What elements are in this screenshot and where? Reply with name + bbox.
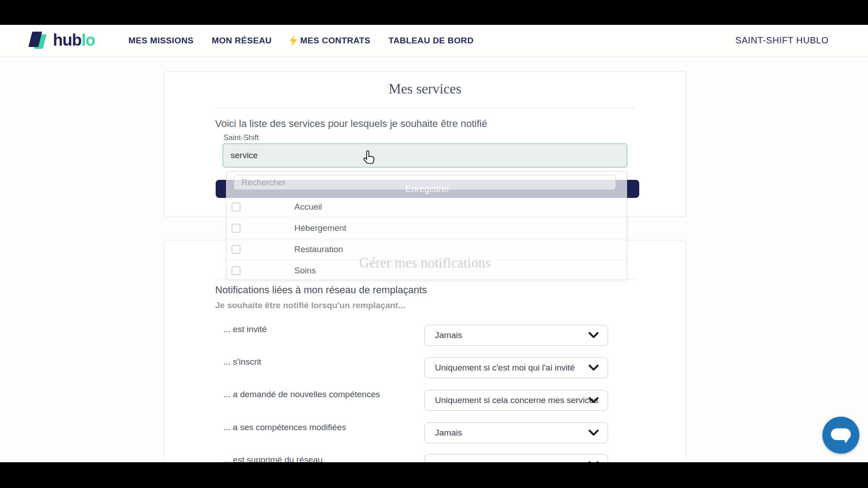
dropdown-option-restauration[interactable]: Restauration bbox=[226, 239, 627, 260]
account-name[interactable]: SAINT-SHIFT HUBLO bbox=[735, 25, 829, 56]
select-competences-modifiees[interactable]: Jamais bbox=[425, 422, 608, 443]
hublo-logo-icon bbox=[29, 30, 48, 50]
chevron-down-icon bbox=[589, 397, 599, 404]
option-label: Soins bbox=[294, 266, 316, 276]
dropdown-option-hebergement[interactable]: Hébergement bbox=[226, 218, 627, 239]
select-value: Uniquement si c'est moi qui l'ai invité bbox=[435, 363, 575, 373]
checkbox-unchecked-icon[interactable] bbox=[231, 202, 241, 211]
option-label: Hébergement bbox=[294, 223, 346, 233]
checkbox-unchecked-icon[interactable] bbox=[231, 266, 241, 275]
services-card-title: Mes services bbox=[164, 81, 686, 97]
dropdown-search-input[interactable] bbox=[234, 175, 616, 190]
main-nav: MES MISSIONS MON RÉSEAU MES CONTRATS TAB… bbox=[128, 25, 474, 56]
select-s-inscrit[interactable]: Uniquement si c'est moi qui l'ai invité bbox=[425, 357, 608, 378]
hand-cursor-icon bbox=[362, 149, 377, 167]
option-label: Accueil bbox=[294, 202, 322, 212]
app-window: hublo MES MISSIONS MON RÉSEAU MES CONTRA… bbox=[0, 0, 868, 488]
nav-item-mes-missions[interactable]: MES MISSIONS bbox=[128, 36, 193, 46]
letterbox-bottom bbox=[0, 462, 868, 488]
services-dropdown: Accueil Hébergement Restauration Soins bbox=[226, 171, 627, 280]
dropdown-option-accueil[interactable]: Accueil bbox=[226, 197, 627, 218]
dropdown-option-soins[interactable]: Soins bbox=[226, 260, 627, 281]
services-input[interactable] bbox=[222, 143, 627, 168]
notifications-section-heading: Notifications liées à mon réseau de remp… bbox=[215, 284, 427, 296]
select-value: Jamais bbox=[435, 428, 462, 438]
notifications-section-subheading: Je souhaite être notifié lorsqu'un rempl… bbox=[215, 300, 406, 310]
notif-row-label: ... est invité bbox=[223, 324, 267, 334]
select-est-invite[interactable]: Jamais bbox=[425, 325, 608, 346]
hublo-logo[interactable]: hublo bbox=[29, 30, 95, 50]
services-field-label: Saint-Shift bbox=[223, 133, 259, 142]
services-description: Voici la liste des services pour lesquel… bbox=[215, 118, 487, 130]
checkbox-unchecked-icon[interactable] bbox=[231, 245, 241, 254]
nav-item-mon-reseau[interactable]: MON RÉSEAU bbox=[212, 36, 272, 46]
nav-item-tableau-de-bord[interactable]: TABLEAU DE BORD bbox=[388, 36, 473, 46]
chat-bubble-icon bbox=[830, 427, 851, 444]
chat-launcher-button[interactable] bbox=[822, 417, 859, 454]
logo-wordmark: hublo bbox=[53, 31, 95, 50]
top-navbar: hublo MES MISSIONS MON RÉSEAU MES CONTRA… bbox=[0, 25, 868, 56]
select-value: Uniquement si cela concerne mes services bbox=[435, 395, 598, 405]
notif-row-label: ... a demandé de nouvelles compétences bbox=[223, 389, 380, 399]
lightning-icon bbox=[290, 35, 297, 46]
chevron-down-icon bbox=[589, 365, 599, 371]
notif-row-label: ... s'inscrit bbox=[223, 357, 261, 367]
services-card-divider bbox=[215, 108, 636, 108]
select-nouvelles-competences[interactable]: Uniquement si cela concerne mes services bbox=[425, 390, 608, 411]
letterbox-top bbox=[0, 0, 868, 25]
chevron-down-icon bbox=[589, 430, 599, 436]
option-label: Restauration bbox=[294, 244, 343, 254]
dropdown-option-list: Accueil Hébergement Restauration Soins bbox=[226, 197, 627, 281]
checkbox-unchecked-icon[interactable] bbox=[231, 224, 241, 233]
chevron-down-icon bbox=[589, 332, 599, 338]
notif-row-label: ... a ses compétences modifiées bbox=[223, 422, 346, 432]
nav-item-mes-contrats[interactable]: MES CONTRATS bbox=[290, 35, 370, 46]
select-value: Jamais bbox=[435, 330, 462, 340]
